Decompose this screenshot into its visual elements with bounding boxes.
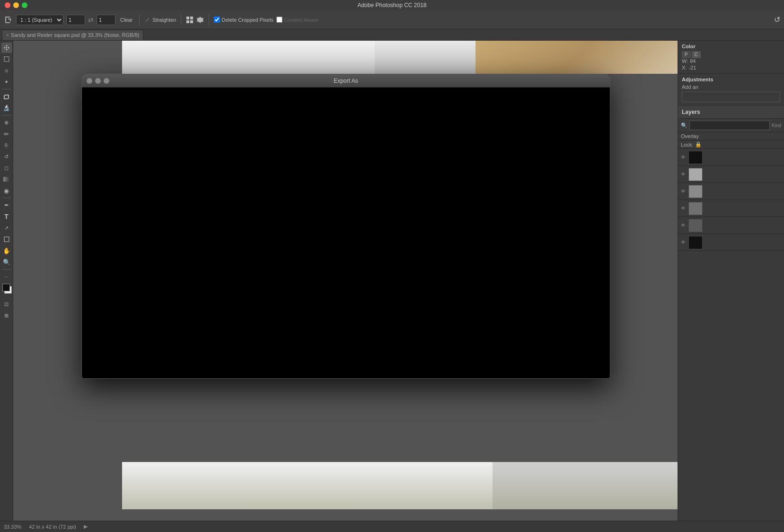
bg-bottom-content [122,462,678,509]
eraser-tool[interactable]: ◻ [1,163,12,173]
layer-visibility-5[interactable]: 👁 [680,222,687,229]
blur-tool[interactable]: ◉ [1,185,12,196]
screen-mode-button[interactable]: ⊡ [1,299,12,309]
lock-row: Lock: 🔒 [678,140,784,149]
healing-tool[interactable]: ⊕ [1,117,12,128]
type-tool[interactable]: T [1,211,12,222]
overlay-row: Overlay [678,132,784,140]
clear-button[interactable]: Clear [118,16,134,24]
move-tool[interactable] [1,43,12,53]
layer-row[interactable]: 👁 [678,200,784,217]
layer-row[interactable]: 👁 [678,183,784,200]
document-tab[interactable]: × Sandy and Reider square.psd @ 33.3% (N… [2,30,143,40]
history-brush-tool[interactable]: ↺ [1,151,12,162]
hand-tool[interactable]: ✋ [1,245,12,256]
dimensions: 42 in x 42 in (72 ppi) [29,524,76,530]
eyedropper-tool[interactable]: 🔬 [1,103,12,113]
tab-bar: × Sandy and Reider square.psd @ 33.3% (N… [0,29,784,41]
coordinates-display: W: 84 X: -21 [682,58,780,70]
marquee-tool[interactable] [1,54,12,64]
settings-icon[interactable] [196,16,204,24]
left-toolbar: ⌾ ✦ 🔬 ⊕ ✏ ⎘ ↺ ◻ ◉ ✒ T ↗ [0,41,13,521]
layer-thumb-5 [688,219,703,232]
search-icon: 🔍 [681,122,687,129]
height-input[interactable] [97,15,115,25]
layers-search-input[interactable] [689,121,770,130]
status-arrow[interactable]: ▶ [84,523,88,530]
x-row: X: -21 [682,65,780,70]
layer-row[interactable]: 👁 [678,217,784,234]
dialog-min-btn[interactable] [95,78,101,84]
gradient-tool[interactable] [1,174,12,184]
layer-row[interactable]: 👁 [678,234,784,251]
layer-visibility-4[interactable]: 👁 [680,205,687,212]
svg-rect-4 [6,47,7,48]
layer-visibility-3[interactable]: 👁 [680,188,687,195]
path-tool[interactable]: ↗ [1,223,12,233]
layer-visibility-2[interactable]: 👁 [680,171,687,178]
bb-section-1 [122,462,493,509]
svg-rect-3 [190,20,193,23]
crop-tool-icon[interactable] [4,15,13,25]
color-panel-title: Color [682,44,780,49]
properties-btn[interactable]: P [682,51,691,58]
tab-close-btn[interactable]: × [6,33,9,38]
layers-panel: Layers 🔍 Kind Overlay Lock: 🔒 👁 👁 [678,105,784,521]
layer-visibility-1[interactable]: 👁 [680,154,687,161]
more-tools[interactable]: ··· [1,271,12,282]
layer-row[interactable]: 👁 [678,149,784,166]
shape-tool[interactable] [1,234,12,244]
screen-mode-2[interactable]: ⊞ [1,310,12,321]
lasso-tool[interactable]: ⌾ [1,65,12,76]
background-image-top [122,41,678,74]
close-button[interactable] [5,2,10,8]
tool-separator-1 [2,89,11,89]
color-swatches[interactable] [1,284,12,296]
bb-section-2 [493,462,678,509]
fg-color-swatch[interactable] [2,284,10,291]
reset-button[interactable]: ↺ [774,15,780,24]
title-bar: Adobe Photoshop CC 2018 [0,0,784,10]
dialog-max-btn[interactable] [104,78,109,84]
right-panels: Color P C W: 84 X: -21 Adjustments Add a… [678,41,784,521]
svg-rect-5 [4,57,9,61]
brush-tool[interactable]: ✏ [1,129,12,139]
swap-icon[interactable]: ⇄ [88,16,94,24]
minimize-button[interactable] [13,2,19,8]
straighten-item[interactable]: ⟋ Straighten [144,16,176,23]
ratio-dropdown[interactable]: 1 : 1 (Square) [16,15,63,25]
svg-rect-6 [3,177,10,182]
svg-rect-2 [186,20,189,23]
export-dialog[interactable]: Export As [81,74,610,379]
bg-section-1 [122,41,375,74]
crop-ratio-select[interactable]: 1 : 1 (Square) [16,15,63,25]
bg-section-3 [476,41,678,74]
content-aware-checkbox[interactable]: Content-Aware [276,17,318,23]
layer-visibility-6[interactable]: 👁 [680,239,687,246]
color-btn[interactable]: C [692,51,701,58]
grid-icon[interactable] [186,16,194,24]
adjustments-subtitle: Add an [682,84,780,90]
svg-rect-0 [186,17,189,19]
zoom-tool[interactable]: 🔍 [1,257,12,267]
svg-rect-7 [4,237,9,242]
status-bar: 33.33% 42 in x 42 in (72 ppi) ▶ [0,521,784,532]
traffic-lights [5,2,27,8]
pen-tool[interactable]: ✒ [1,200,12,210]
maximize-button[interactable] [22,2,27,8]
tool-separator-3 [2,198,11,198]
layers-title: Layers [682,109,700,115]
width-input[interactable] [66,15,85,25]
crop-tool[interactable] [1,91,12,102]
layer-row[interactable]: 👁 [678,166,784,183]
main-layout: ⌾ ✦ 🔬 ⊕ ✏ ⎘ ↺ ◻ ◉ ✒ T ↗ [0,41,784,521]
layer-thumb-2 [688,168,703,181]
app-title: Adobe Photoshop CC 2018 [357,2,426,9]
clone-stamp-tool[interactable]: ⎘ [1,140,12,150]
layer-thumb-4 [688,202,703,215]
w-label: W: [682,58,688,64]
delete-pixels-checkbox[interactable]: Delete Cropped Pixels [214,17,273,23]
magic-wand-tool[interactable]: ✦ [1,77,12,87]
x-label: X: [682,65,687,70]
dialog-close-btn[interactable] [87,78,92,84]
